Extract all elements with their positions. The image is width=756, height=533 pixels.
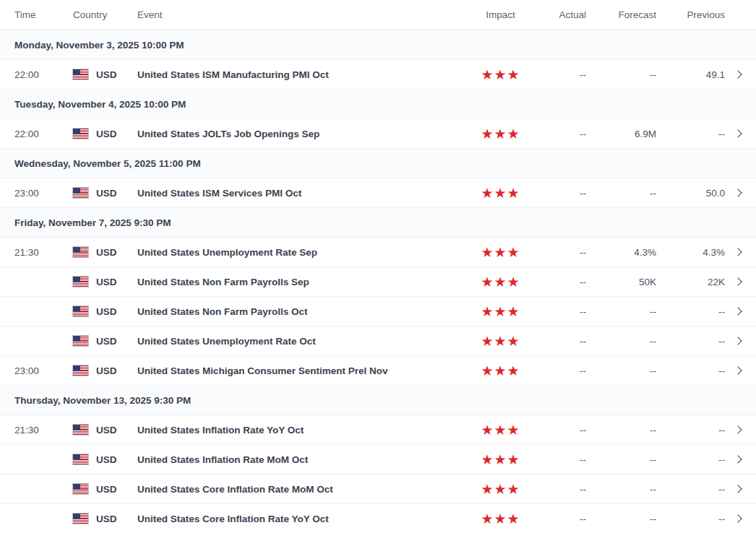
event-title: United States JOLTs Job Openings Sep [137, 129, 441, 139]
chevron-right-icon[interactable] [734, 277, 742, 285]
impact-star-icon: ★ [507, 67, 520, 82]
column-header-impact: Impact [441, 9, 528, 20]
impact-star-icon: ★ [507, 186, 520, 201]
chevron-right-icon[interactable] [734, 70, 742, 78]
currency-label: USD [96, 69, 117, 80]
currency-label: USD [96, 247, 117, 258]
row-detail-link[interactable] [730, 72, 756, 77]
forecast-cell: -- [591, 69, 661, 80]
impact-stars: ★★★ [441, 482, 528, 496]
chevron-right-icon[interactable] [734, 485, 742, 493]
column-header-event: Event [137, 9, 441, 20]
row-detail-link[interactable] [730, 249, 756, 255]
currency-label: USD [96, 365, 117, 376]
column-header-actual: Actual [528, 9, 591, 20]
row-detail-link[interactable] [730, 456, 756, 462]
chevron-right-icon[interactable] [734, 129, 742, 137]
time-cell: 21:30 [14, 425, 73, 436]
impact-star-icon: ★ [507, 482, 520, 497]
time-cell: 22:00 [14, 129, 73, 139]
actual-cell: -- [528, 188, 591, 199]
impact-star-icon: ★ [481, 274, 494, 290]
actual-cell: -- [528, 514, 591, 524]
date-header-label: Thursday, November 13, 2025 9:30 PM [14, 395, 191, 406]
event-row[interactable]: USD United States Unemployment Rate Oct … [0, 326, 756, 356]
row-detail-link[interactable] [730, 279, 756, 285]
impact-star-icon: ★ [507, 334, 520, 349]
event-title: United States Inflation Rate YoY Oct [137, 425, 441, 436]
impact-star-icon: ★ [481, 452, 494, 467]
event-row[interactable]: USD United States Non Farm Payrolls Sep … [0, 267, 756, 297]
column-header-previous: Previous [661, 9, 730, 20]
currency-label: USD [96, 514, 117, 524]
impact-star-icon: ★ [507, 245, 520, 260]
chevron-right-icon[interactable] [734, 248, 742, 256]
row-detail-link[interactable] [730, 131, 756, 136]
country-cell: USD [73, 277, 137, 287]
row-detail-link[interactable] [730, 427, 756, 433]
impact-star-icon: ★ [494, 334, 507, 349]
event-row[interactable]: 21:30 USD United States Unemployment Rat… [0, 238, 756, 267]
chevron-right-icon[interactable] [734, 188, 742, 196]
previous-cell: 49.1 [661, 69, 730, 80]
row-detail-link[interactable] [730, 308, 756, 314]
impact-star-icon: ★ [494, 67, 507, 82]
row-detail-link[interactable] [730, 486, 756, 492]
impact-stars: ★★★ [441, 423, 528, 437]
impact-star-icon: ★ [507, 363, 520, 378]
column-header-row: Time Country Event Impact Actual Forecas… [0, 0, 756, 30]
row-detail-link[interactable] [730, 190, 756, 196]
forecast-cell: -- [591, 484, 661, 495]
previous-cell: -- [661, 484, 730, 495]
impact-star-icon: ★ [481, 245, 494, 260]
forecast-cell: 4.3% [591, 247, 661, 258]
chevron-right-icon[interactable] [734, 337, 742, 344]
event-row[interactable]: USD United States Non Farm Payrolls Oct … [0, 297, 756, 326]
chevron-right-icon[interactable] [734, 366, 742, 374]
currency-label: USD [96, 425, 117, 436]
impact-star-icon: ★ [507, 274, 520, 290]
impact-stars: ★★★ [441, 305, 528, 318]
impact-star-icon: ★ [507, 422, 520, 438]
event-row[interactable]: 23:00 USD United States ISM Services PMI… [0, 178, 756, 208]
row-detail-link[interactable] [730, 516, 756, 521]
impact-star-icon: ★ [481, 304, 494, 319]
actual-cell: -- [528, 129, 591, 139]
impact-star-icon: ★ [481, 126, 494, 142]
previous-cell: -- [661, 514, 730, 524]
impact-star-icon: ★ [494, 452, 507, 467]
event-row[interactable]: 22:00 USD United States ISM Manufacturin… [0, 60, 756, 90]
previous-cell: -- [661, 365, 730, 376]
event-row[interactable]: 23:00 USD United States Michigan Consume… [0, 356, 756, 386]
impact-star-icon: ★ [494, 511, 507, 526]
us-flag-icon [73, 247, 88, 257]
actual-cell: -- [528, 425, 591, 436]
impact-star-icon: ★ [507, 511, 520, 526]
chevron-right-icon[interactable] [734, 425, 742, 433]
row-detail-link[interactable] [730, 368, 756, 373]
forecast-cell: 50K [591, 277, 661, 287]
impact-stars: ★★★ [441, 186, 528, 200]
country-cell: USD [73, 484, 137, 495]
event-row[interactable]: USD United States Core Inflation Rate Yo… [0, 504, 756, 533]
impact-stars: ★★★ [441, 127, 528, 141]
forecast-cell: -- [591, 365, 661, 376]
currency-label: USD [96, 129, 117, 139]
row-detail-link[interactable] [730, 338, 756, 344]
country-cell: USD [73, 188, 137, 199]
impact-star-icon: ★ [494, 126, 507, 142]
event-row[interactable]: USD United States Core Inflation Rate Mo… [0, 474, 756, 504]
us-flag-icon [73, 365, 88, 376]
us-flag-icon [73, 306, 88, 316]
chevron-right-icon[interactable] [734, 455, 742, 463]
event-row[interactable]: USD United States Inflation Rate MoM Oct… [0, 445, 756, 474]
chevron-right-icon[interactable] [734, 307, 742, 315]
calendar-body: Monday, November 3, 2025 10:00 PM 22:00 … [0, 30, 756, 533]
event-title: United States ISM Manufacturing PMI Oct [137, 69, 441, 80]
event-title: United States Michigan Consumer Sentimen… [137, 365, 441, 376]
event-row[interactable]: 21:30 USD United States Inflation Rate Y… [0, 415, 756, 445]
us-flag-icon [73, 277, 88, 287]
impact-star-icon: ★ [494, 245, 507, 260]
event-row[interactable]: 22:00 USD United States JOLTs Job Openin… [0, 119, 756, 149]
chevron-right-icon[interactable] [734, 514, 742, 522]
